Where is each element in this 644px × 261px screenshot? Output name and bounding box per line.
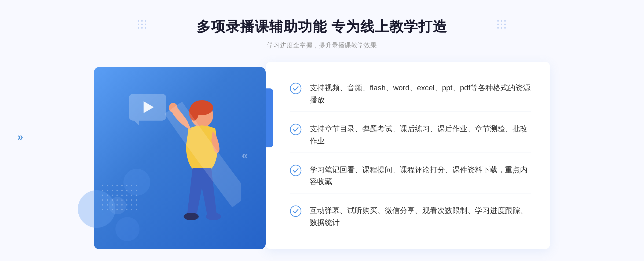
image-dot	[121, 204, 123, 206]
image-dot	[102, 185, 103, 186]
feature-item-3: 学习笔记回看、课程提问、课程评论打分、课件资料下载，重点内容收藏	[290, 159, 531, 194]
deco-dot	[497, 20, 499, 22]
deco-dot	[497, 27, 499, 29]
left-arrow-decoration: »	[17, 131, 20, 143]
image-dot	[112, 204, 113, 206]
deco-dot	[145, 20, 146, 22]
img-chevron-decoration: «	[242, 149, 244, 162]
image-dot	[116, 195, 118, 196]
image-dot	[136, 185, 137, 186]
deco-dot	[141, 24, 143, 25]
deco-dot-grid-left	[138, 20, 147, 29]
image-dot	[131, 195, 132, 196]
image-dot	[107, 190, 108, 191]
image-dot	[107, 204, 108, 206]
check-icon-2	[290, 124, 302, 135]
feature-text-1: 支持视频、音频、flash、word、excel、ppt、pdf等各种格式的资源…	[310, 82, 531, 106]
deco-dot	[504, 27, 506, 29]
image-dot	[121, 190, 123, 191]
image-dot	[121, 195, 123, 196]
deco-dot	[141, 20, 143, 22]
image-dot	[126, 185, 127, 186]
person-illustration	[147, 94, 241, 249]
feature-item-2: 支持章节目录、弹题考试、课后练习、课后作业、章节测验、批改作业	[290, 118, 531, 153]
image-dot	[112, 199, 113, 201]
feature-text-4: 互动弹幕、试听购买、微信分享、观看次数限制、学习进度跟踪、数据统计	[310, 205, 531, 229]
deco-dot	[141, 27, 143, 29]
image-dot	[126, 204, 127, 206]
header-section: 多项录播课辅助功能 专为线上教学打造 学习进度全掌握，提升录播课教学效果	[197, 0, 447, 59]
image-dots-pattern	[102, 185, 138, 212]
panel-circle-small	[115, 217, 140, 241]
image-dot	[126, 190, 127, 191]
image-dot	[131, 209, 132, 210]
svg-point-6	[290, 83, 301, 94]
svg-point-8	[290, 165, 301, 176]
image-dot	[102, 204, 103, 206]
image-panel: «	[94, 67, 266, 249]
features-panel: 支持视频、音频、flash、word、excel、ppt、pdf等各种格式的资源…	[266, 62, 550, 249]
page-container: 多项录播课辅助功能 专为线上教学打造 学习进度全掌握，提升录播课教学效果 »	[0, 0, 644, 261]
image-dot	[107, 209, 108, 210]
feature-text-2: 支持章节目录、弹题考试、课后练习、课后作业、章节测验、批改作业	[310, 123, 531, 147]
image-dot	[107, 195, 108, 196]
image-dot	[102, 195, 103, 196]
content-area: «	[94, 62, 550, 249]
header-deco-right	[497, 20, 506, 29]
deco-dot	[138, 24, 139, 25]
image-dot	[116, 199, 118, 201]
image-dot	[116, 204, 118, 206]
image-dot	[131, 190, 132, 191]
image-dot	[112, 195, 113, 196]
image-dot	[112, 190, 113, 191]
image-dot	[126, 195, 127, 196]
check-icon-3	[290, 165, 302, 176]
deco-dot	[501, 20, 502, 22]
feature-text-3: 学习笔记回看、课程提问、课程评论打分、课件资料下载，重点内容收藏	[310, 164, 531, 188]
image-dot	[112, 185, 113, 186]
deco-dot	[138, 27, 139, 29]
deco-dot	[145, 27, 146, 29]
image-dot	[102, 199, 103, 201]
deco-dot-grid-right	[497, 20, 506, 29]
image-dot	[116, 190, 118, 191]
image-dot	[121, 199, 123, 201]
image-dot	[112, 209, 113, 210]
check-icon-1	[290, 83, 302, 94]
image-dot	[126, 209, 127, 210]
header-deco-left	[138, 20, 147, 29]
deco-dot	[504, 24, 506, 25]
check-icon-4	[290, 205, 302, 217]
feature-item-1: 支持视频、音频、flash、word、excel、ppt、pdf等各种格式的资源…	[290, 77, 531, 112]
main-title: 多项录播课辅助功能 专为线上教学打造	[197, 17, 447, 36]
image-dot	[116, 185, 118, 186]
deco-dot	[138, 20, 139, 22]
deco-dot	[501, 27, 502, 29]
image-dot	[136, 209, 137, 210]
image-dot	[131, 204, 132, 206]
image-dot	[131, 185, 132, 186]
deco-dot	[497, 24, 499, 25]
svg-point-4	[184, 213, 199, 220]
image-dot	[136, 190, 137, 191]
feature-item-4: 互动弹幕、试听购买、微信分享、观看次数限制、学习进度跟踪、数据统计	[290, 199, 531, 234]
image-dot	[121, 185, 123, 186]
image-dot	[102, 209, 103, 210]
image-dot	[121, 209, 123, 210]
blue-side-tab	[266, 88, 273, 147]
image-dot	[107, 185, 108, 186]
image-dot	[131, 199, 132, 201]
svg-point-7	[290, 124, 301, 135]
image-dot	[116, 209, 118, 210]
deco-dot	[501, 24, 502, 25]
image-dot	[136, 195, 137, 196]
image-dot	[126, 199, 127, 201]
sub-title: 学习进度全掌握，提升录播课教学效果	[197, 41, 447, 50]
deco-dot	[504, 20, 506, 22]
bubble-tail	[134, 121, 139, 125]
image-dot	[102, 190, 103, 191]
image-dot	[107, 199, 108, 201]
image-dot	[136, 204, 137, 206]
deco-dot	[145, 24, 146, 25]
svg-point-5	[206, 213, 221, 220]
